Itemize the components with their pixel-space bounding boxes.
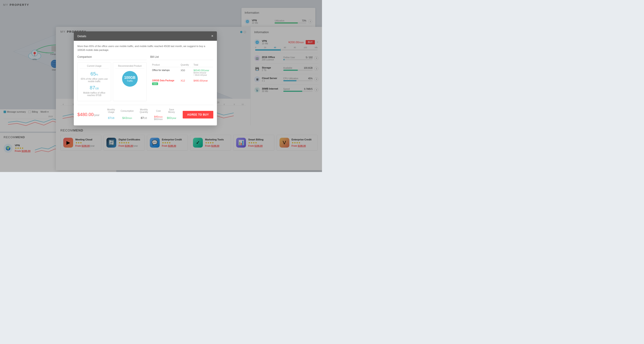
- details-modal: Details × More than 65% of the office us…: [74, 31, 217, 125]
- bill-product-office: Office for startups: [151, 68, 179, 78]
- agree-to-buy-button[interactable]: AGREE TO BUY: [183, 111, 213, 118]
- summary-save-val: $60/year: [164, 114, 179, 121]
- modal-title: Details: [77, 35, 86, 38]
- modal-body: More than 65% of the office users use mo…: [74, 41, 217, 125]
- modal-sections: Comparison Current Usage 65% 65% of the …: [77, 55, 213, 101]
- total-price-display: $480.00/year: [77, 112, 100, 117]
- current-usage-header: Current Usage: [80, 65, 109, 69]
- modal-footer-area: $480.00/year Monthly Usage Consumption M…: [77, 105, 213, 122]
- recommended-col: Recommended Product 100GB Traffic: [113, 62, 147, 101]
- summary-header-quantity: Monthly Quantity: [136, 108, 152, 114]
- summary-table-area: Monthly Usage Consumption Monthly Quanti…: [103, 107, 179, 122]
- summary-usage-val: 87GB: [104, 114, 119, 121]
- bill-header-total: Total: [192, 63, 213, 67]
- comparison-section: Comparison Current Usage 65% 65% of the …: [77, 55, 147, 101]
- recommended-header: Recommended Product: [116, 65, 144, 69]
- bill-table: Product Quantity Total Office for startu…: [150, 62, 213, 87]
- modal-footer-row: $480.00/year Monthly Usage Consumption M…: [77, 107, 213, 122]
- summary-table: Monthly Usage Consumption Monthly Quanti…: [103, 107, 179, 122]
- new-badge: new: [152, 82, 158, 85]
- summary-header-consumption: Consumption: [119, 108, 135, 114]
- current-pct-value: 65%: [80, 71, 109, 77]
- current-gb-label: Mobile traffics of office reaches 87GB: [80, 92, 109, 97]
- bill-row-office: Office for startups X50 $6540.00/year $6…: [151, 68, 213, 78]
- bill-list-section: Bill List Product Quantity Total: [150, 55, 213, 101]
- modal-header: Details ×: [74, 31, 217, 41]
- bill-header-product: Product: [151, 63, 179, 67]
- bill-product-data: 100GB Data Package new: [151, 78, 179, 86]
- current-usage-col: Current Usage 65% 65% of the office user…: [77, 62, 111, 101]
- bill-qty-office: X50: [179, 68, 192, 78]
- current-gb-value: 87GB: [80, 85, 109, 91]
- current-gb-stat: 87GB Mobile traffics of office reaches 8…: [80, 85, 109, 97]
- bill-qty-data: X12: [179, 78, 192, 86]
- modal-overlay[interactable]: Details × More than 65% of the office us…: [0, 0, 322, 172]
- traffic-circle: 100GB Traffic: [122, 71, 138, 87]
- current-pct-stat: 65% 65% of the office users use mobile t…: [80, 71, 109, 83]
- bill-header-quantity: Quantity: [179, 63, 192, 67]
- comparison-grid: Current Usage 65% 65% of the office user…: [77, 62, 147, 101]
- bill-row-data: 100GB Data Package new X12 $480.00/year: [151, 78, 213, 86]
- summary-consumption-val: $43/mon: [119, 114, 135, 121]
- summary-quantity-val: 87GB: [136, 114, 152, 121]
- comparison-title: Comparison: [77, 55, 147, 60]
- summary-header-save: Save Money: [164, 108, 179, 114]
- summary-header-cost: Cost: [153, 108, 164, 114]
- total-price-area: $480.00/year: [77, 112, 100, 117]
- bill-list-title: Bill List: [150, 55, 213, 60]
- summary-header-usage: Monthly Usage: [104, 108, 119, 114]
- summary-cost-val: $45/mon $60/mon: [153, 114, 164, 121]
- bill-price-data: $480.00/year: [192, 78, 213, 86]
- modal-description: More than 65% of the office users use mo…: [77, 44, 213, 52]
- modal-close-button[interactable]: ×: [211, 34, 213, 38]
- current-pct-label: 65% of the office users use mobile traff…: [80, 78, 109, 83]
- agree-btn-area: AGREE TO BUY: [183, 111, 213, 118]
- bill-price-office: $6540.00/year $6000.00/year + $540.00/ye…: [192, 68, 213, 78]
